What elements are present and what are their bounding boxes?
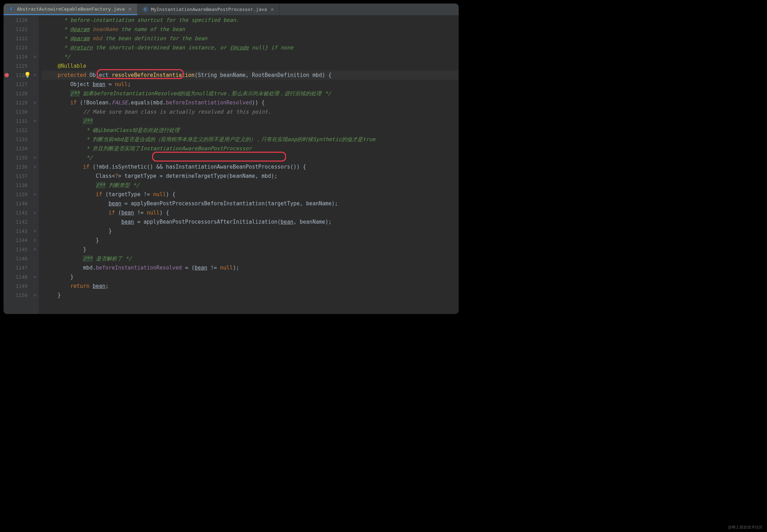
fold-marker[interactable] <box>31 80 39 89</box>
line-number[interactable]: 1136 <box>10 162 28 171</box>
line-number[interactable]: 1150 <box>10 291 28 300</box>
line-number[interactable]: 1134 <box>10 144 28 153</box>
code-line: Object bean = null; <box>42 80 459 89</box>
close-icon[interactable]: × <box>127 6 132 12</box>
code-line-current: protected Object resolveBeforeInstantiat… <box>42 71 459 80</box>
fold-marker[interactable]: ⊟ <box>31 116 39 126</box>
fold-marker[interactable]: ⊟ <box>31 71 39 80</box>
line-number[interactable]: 1128 <box>10 89 28 98</box>
code-line: if (!mbd.isSynthetic() && hasInstantiati… <box>42 162 459 171</box>
fold-marker[interactable]: ⊟ <box>31 153 39 162</box>
line-number[interactable]: 1122 <box>10 34 28 43</box>
intention-bulb-icon[interactable]: 💡 <box>24 72 31 78</box>
tab-label: MyInstantiationAwareBeanPostProcessor.ja… <box>151 7 267 12</box>
fold-marker[interactable] <box>31 282 39 291</box>
line-number[interactable]: 1129 <box>10 98 28 107</box>
code-area[interactable]: 💡 * before-instantiation shortcut for th… <box>39 16 459 314</box>
line-number[interactable]: 1144 <box>10 236 28 245</box>
code-line: /** 如果beforeInstantiationResolved的值为null… <box>42 89 459 98</box>
line-number[interactable]: 1124 <box>10 52 28 61</box>
line-number[interactable]: 1137 <box>10 171 28 181</box>
line-number[interactable]: 1123 <box>10 43 28 52</box>
fold-marker[interactable]: ⊟ <box>31 236 39 245</box>
code-line: } <box>42 245 459 254</box>
fold-marker[interactable] <box>31 217 39 226</box>
code-line: /** 是否解析了 */ <box>42 254 459 263</box>
fold-marker[interactable]: ⊟ <box>31 162 39 171</box>
java-class-icon: C <box>8 6 14 12</box>
code-line: } <box>42 236 459 245</box>
code-line: * 并且判断是否实现了InstantiationAwareBeanPostPro… <box>42 144 459 153</box>
fold-marker[interactable] <box>31 171 39 181</box>
fold-marker[interactable] <box>31 34 39 43</box>
editor-body: 1120112111221123112411251126112711281129… <box>4 16 459 314</box>
fold-marker[interactable]: ⊟ <box>31 52 39 61</box>
code-line: } <box>42 226 459 236</box>
line-number[interactable]: 1127 <box>10 80 28 89</box>
line-number[interactable]: 1138 <box>10 181 28 190</box>
line-number[interactable]: 1141 <box>10 208 28 217</box>
line-number[interactable]: 1120 <box>10 16 28 25</box>
fold-marker[interactable] <box>31 25 39 34</box>
code-line: bean = applyBeanPostProcessorsAfterIniti… <box>42 217 459 226</box>
line-number[interactable]: 1142 <box>10 217 28 226</box>
code-line: bean = applyBeanPostProcessorsBeforeInst… <box>42 199 459 208</box>
fold-marker[interactable]: ⊟ <box>31 208 39 217</box>
close-icon[interactable]: × <box>270 6 275 13</box>
fold-marker[interactable] <box>31 199 39 208</box>
code-line: // Make sure bean class is actually reso… <box>42 107 459 116</box>
line-number[interactable]: 1139 <box>10 190 28 199</box>
line-number[interactable]: 1147 <box>10 263 28 272</box>
code-line: * 确认beanClass却是在此处进行处理 <box>42 126 459 135</box>
code-line: /** <box>42 116 459 126</box>
fold-marker[interactable] <box>31 126 39 135</box>
line-number[interactable]: 1132 <box>10 126 28 135</box>
fold-marker[interactable] <box>31 181 39 190</box>
code-line: Class<?> targetType = determineTargetTyp… <box>42 171 459 181</box>
fold-column: ⊟⊟⊟⊟⊟⊟⊟⊟⊟⊟⊟⊟⊟ <box>31 16 39 314</box>
code-line: */ <box>42 52 459 61</box>
fold-marker[interactable] <box>31 16 39 25</box>
fold-marker[interactable] <box>31 89 39 98</box>
code-line: */ <box>42 153 459 162</box>
tab-bar: C AbstractAutowireCapableBeanFactory.jav… <box>4 4 459 16</box>
line-number[interactable]: 1140 <box>10 199 28 208</box>
fold-marker[interactable] <box>31 61 39 71</box>
line-number[interactable]: 1148 <box>10 272 28 282</box>
line-number[interactable]: 1149 <box>10 282 28 291</box>
line-number[interactable]: 1135 <box>10 153 28 162</box>
line-number[interactable]: 1133 <box>10 135 28 144</box>
tab-my-instantiation[interactable]: C MyInstantiationAwareBeanPostProcessor.… <box>138 4 280 15</box>
code-line: * @param beanName the name of the bean <box>42 25 459 34</box>
code-line: * @return the shortcut-determined bean i… <box>42 43 459 52</box>
tab-abstract-autowire[interactable]: C AbstractAutowireCapableBeanFactory.jav… <box>4 4 138 15</box>
fold-marker[interactable] <box>31 254 39 263</box>
fold-marker[interactable] <box>31 263 39 272</box>
fold-marker[interactable]: ⊟ <box>31 291 39 300</box>
editor-window: C AbstractAutowireCapableBeanFactory.jav… <box>4 4 459 314</box>
line-number[interactable]: 1143 <box>10 226 28 236</box>
code-line: * @param mbd the bean definition for the… <box>42 34 459 43</box>
line-number[interactable]: 1130 <box>10 107 28 116</box>
line-number[interactable]: 1121 <box>10 25 28 34</box>
code-line: } <box>42 272 459 282</box>
code-line: mbd.beforeInstantiationResolved = (bean … <box>42 263 459 272</box>
fold-marker[interactable] <box>31 135 39 144</box>
java-class-icon: C <box>143 7 148 12</box>
breakpoint-icon[interactable] <box>4 71 10 80</box>
fold-marker[interactable]: ⊟ <box>31 190 39 199</box>
code-line: if (!Boolean.FALSE.equals(mbd.beforeInst… <box>42 98 459 107</box>
fold-marker[interactable]: ⊟ <box>31 98 39 107</box>
tab-label: AbstractAutowireCapableBeanFactory.java <box>17 6 125 12</box>
line-number[interactable]: 1131 <box>10 116 28 126</box>
fold-marker[interactable] <box>31 144 39 153</box>
fold-marker[interactable] <box>31 43 39 52</box>
fold-marker[interactable]: ⊟ <box>31 226 39 236</box>
line-number[interactable]: 1125 <box>10 61 28 71</box>
line-number[interactable]: 1146 <box>10 254 28 263</box>
fold-marker[interactable]: ⊟ <box>31 272 39 282</box>
code-line: @Nullable <box>42 61 459 71</box>
fold-marker[interactable] <box>31 107 39 116</box>
fold-marker[interactable]: ⊟ <box>31 245 39 254</box>
line-number[interactable]: 1145 <box>10 245 28 254</box>
